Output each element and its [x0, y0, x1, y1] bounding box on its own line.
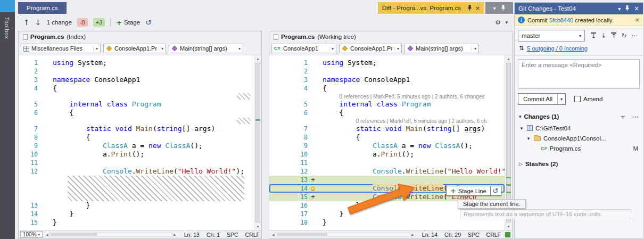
- stage-button[interactable]: + Stage: [116, 19, 140, 27]
- type-dropdown[interactable]: ConsoleApp1.Progra ▾: [103, 44, 166, 53]
- code-line[interactable]: 6 {: [269, 109, 505, 117]
- horizontal-scrollbar[interactable]: [276, 232, 411, 237]
- code-line[interactable]: 7 static void Main(string[] args): [269, 125, 505, 133]
- window-menu-icon[interactable]: ▾: [618, 6, 621, 12]
- code-line[interactable]: 4{: [269, 84, 505, 93]
- branch-selector[interactable]: master ▾: [518, 30, 585, 42]
- tree-item[interactable]: C#Program.csM: [515, 143, 643, 153]
- scroll-right-icon[interactable]: ▸: [410, 232, 415, 237]
- toolbox-tab[interactable]: Toolbox: [4, 17, 10, 39]
- code-line[interactable]: 5 internal class Program: [269, 100, 505, 109]
- code-line[interactable]: 2: [269, 67, 505, 76]
- scroll-up-icon[interactable]: ▴: [254, 56, 261, 61]
- scrollbar-thumb[interactable]: [506, 63, 511, 222]
- code-line[interactable]: 2: [19, 67, 254, 76]
- code-line[interactable]: 8 {: [19, 133, 254, 142]
- project-dropdown[interactable]: Miscellaneous Files ▾: [21, 44, 101, 53]
- stashes-section-header[interactable]: ▷ Stashes (2): [515, 158, 643, 170]
- diff-placeholder-hatch[interactable]: [68, 176, 244, 201]
- undo-line-button[interactable]: ↺: [491, 186, 501, 196]
- stage-all-icon[interactable]: +: [620, 113, 626, 121]
- horizontal-scrollbar[interactable]: [49, 232, 173, 237]
- previous-change-button[interactable]: ↑: [23, 18, 30, 27]
- code-line[interactable]: 10 a.Print();: [269, 150, 505, 159]
- close-icon[interactable]: ×: [635, 17, 640, 23]
- push-icon[interactable]: ↑: [611, 32, 616, 39]
- tab-program-cs[interactable]: Program.cs: [18, 2, 67, 14]
- code-line[interactable]: 15}: [19, 218, 254, 227]
- commit-all-button[interactable]: Commit All ▾: [518, 93, 566, 105]
- code-line[interactable]: 7 static void Main(string[] args): [19, 125, 254, 133]
- zoom-control[interactable]: 100% ▾: [20, 231, 43, 238]
- vertical-scrollbar[interactable]: ▴ ▾: [254, 55, 261, 230]
- tab-diff[interactable]: Diff - Progra...vs. Program.cs ×: [378, 2, 484, 14]
- chevron-down-icon[interactable]: ▾: [558, 97, 565, 102]
- tree-item[interactable]: ▾ConsoleApp1\Consol...: [515, 133, 643, 143]
- more-actions-icon[interactable]: ⋯: [631, 32, 638, 39]
- code-line[interactable]: 8 {: [269, 133, 505, 142]
- code-line[interactable]: 0 references | MarkPelf, 5 minutes ago |…: [269, 93, 505, 100]
- scrollbar-thumb[interactable]: [255, 63, 260, 222]
- code-line[interactable]: 12 Console.WriteLine("Hello World!");: [19, 167, 254, 176]
- checkbox[interactable]: [574, 96, 581, 102]
- commit-message-input[interactable]: [518, 59, 640, 89]
- close-icon[interactable]: ×: [475, 5, 480, 12]
- scroll-up-icon[interactable]: ▴: [505, 56, 512, 61]
- code-line[interactable]: 9 ClassA a = new ClassA();: [19, 142, 254, 150]
- commit-hash-link[interactable]: 5fcb8440: [549, 17, 573, 23]
- chevron-down-icon[interactable]: ▾: [505, 20, 508, 25]
- code-line[interactable]: 3namespace ConsoleApp1: [19, 76, 254, 84]
- more-actions-icon[interactable]: ⋯: [632, 113, 639, 121]
- pin-icon[interactable]: [625, 5, 630, 12]
- code-line[interactable]: 11: [269, 159, 505, 167]
- scrollbar-thumb[interactable]: [51, 233, 97, 236]
- code-line[interactable]: 12 Console.WriteLine("Hello World!");: [269, 167, 505, 176]
- code-editor-index[interactable]: 1using System;23namespace ConsoleApp14{5…: [19, 55, 261, 230]
- code-line[interactable]: [19, 93, 254, 100]
- member-dropdown[interactable]: Main(string[] args) ▾: [404, 44, 479, 53]
- code-line[interactable]: 1using System;: [269, 59, 505, 67]
- scroll-left-icon[interactable]: ◂: [271, 232, 276, 237]
- pin-icon[interactable]: [501, 5, 506, 12]
- pin-icon[interactable]: [467, 5, 472, 12]
- code-line[interactable]: 9 ClassA a = new ClassA();: [269, 142, 505, 150]
- amend-checkbox[interactable]: Amend: [574, 96, 602, 102]
- code-line[interactable]: 3namespace ConsoleApp1: [269, 76, 505, 84]
- code-line[interactable]: 14 }: [19, 210, 254, 218]
- code-line[interactable]: 4{: [19, 84, 254, 93]
- code-line[interactable]: 6 {: [19, 109, 254, 117]
- expander-icon[interactable]: ▾: [519, 114, 522, 119]
- scrollbar-thumb[interactable]: [277, 233, 328, 236]
- code-line[interactable]: 13 }: [19, 201, 254, 210]
- code-line[interactable]: 10 a.Print();: [19, 150, 254, 159]
- project-dropdown[interactable]: ConsoleApp1 ▾: [271, 44, 336, 53]
- document-list-icon[interactable]: ▾: [493, 5, 496, 11]
- scroll-right-icon[interactable]: ▸: [172, 232, 177, 237]
- git-panel-header[interactable]: Git Changes - Test04 ▾ ×: [515, 3, 643, 14]
- type-dropdown[interactable]: ConsoleApp1.Progra ▾: [339, 44, 402, 53]
- code-line[interactable]: 11: [19, 159, 254, 167]
- fetch-icon[interactable]: ↓: [591, 32, 596, 39]
- undo-icon[interactable]: ↺: [145, 18, 152, 27]
- scroll-down-icon[interactable]: ▾: [254, 224, 261, 229]
- tree-item[interactable]: ▾C:\Git\Test04: [515, 123, 643, 133]
- code-line[interactable]: 18}: [269, 218, 505, 227]
- next-change-button[interactable]: ↓: [35, 18, 42, 27]
- code-line[interactable]: 5 internal class Program: [19, 100, 254, 109]
- expander-icon[interactable]: ▾: [519, 126, 524, 131]
- gear-icon[interactable]: ⚙: [495, 19, 500, 26]
- code-line[interactable]: [19, 117, 254, 125]
- expander-icon[interactable]: ▷: [519, 161, 523, 167]
- expander-icon[interactable]: ▾: [526, 136, 531, 141]
- outgoing-incoming-link[interactable]: 5 outgoing / 0 incoming: [527, 45, 588, 52]
- scroll-left-icon[interactable]: ◂: [45, 232, 49, 237]
- changes-section-header[interactable]: ▾ Changes (1) + ⋯: [515, 110, 643, 123]
- stage-line-button[interactable]: + Stage Line: [446, 186, 491, 196]
- code-line[interactable]: 0 references | MarkPelf, 5 minutes ago |…: [269, 117, 505, 125]
- sync-icon[interactable]: ↻: [621, 32, 626, 39]
- pull-icon[interactable]: ↓: [601, 32, 606, 39]
- code-line[interactable]: 1using System;: [19, 59, 254, 67]
- scroll-down-icon[interactable]: ▾: [505, 224, 512, 229]
- close-icon[interactable]: ×: [634, 5, 639, 12]
- member-dropdown[interactable]: Main(string[] args) ▾: [169, 44, 243, 53]
